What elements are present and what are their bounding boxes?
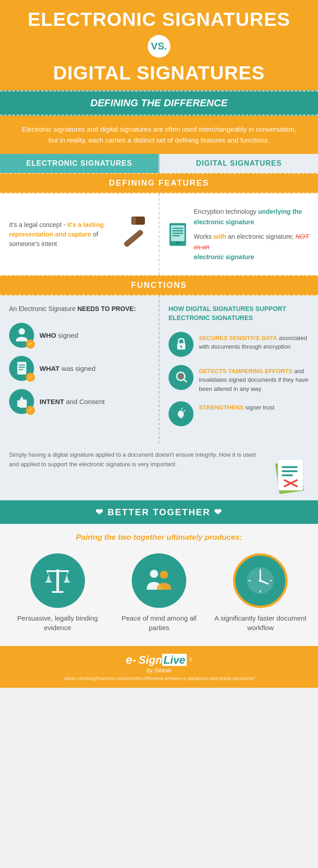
svg-rect-0	[123, 229, 144, 248]
def-left-pre: It's a legal concept -	[9, 221, 67, 228]
benefits-row: Persuasive, legally binding evidence Pea…	[9, 553, 309, 632]
benefit-item-faster: A significantly faster document workflow	[212, 553, 309, 632]
func-left-title: An Electronic Signature NEEDS TO PROVE:	[9, 305, 149, 314]
benefit-text-faster: A significantly faster document workflow	[212, 613, 309, 632]
intro-text: Electronic signatures and digital signat…	[18, 124, 300, 146]
col-header-digital-label: Digital Signatures	[167, 159, 312, 168]
svg-point-35	[160, 571, 168, 579]
who-icon: ✓	[9, 323, 34, 348]
svg-rect-13	[19, 367, 25, 368]
pairing-section: Pairing the two together ultimately prod…	[0, 524, 318, 646]
benefit-item-peace: Peace of mind among all parties	[110, 553, 207, 632]
footer: e- SignLive ® by Silanis silanis.com/blo…	[0, 646, 318, 688]
secures-icon	[169, 332, 194, 357]
gavel-icon	[118, 213, 149, 256]
who-check: ✓	[26, 340, 35, 349]
strengthens-text: STRENGTHENS signer trust	[199, 401, 274, 412]
detects-icon	[169, 365, 194, 390]
func-right-title: HOW DIGITAL SIGNATURES SUPPORT ELECTRONI…	[169, 305, 309, 322]
comparison-section: Electronic Signatures Digital Signatures…	[0, 154, 318, 500]
better-together-band: ❤ Better Together ❤	[0, 500, 318, 524]
col-header-electronic-label: Electronic Signatures	[7, 159, 152, 168]
better-together-text: ❤ Better Together ❤	[6, 507, 312, 518]
header-title-digital: Digital Signatures	[14, 63, 304, 84]
func-right-item-strengthens: STRENGTHENS signer trust	[169, 401, 309, 426]
func-right-item-secures: SECURES SENSITIVE DATA associated with d…	[169, 332, 309, 357]
func-right: HOW DIGITAL SIGNATURES SUPPORT ELECTRONI…	[159, 296, 318, 444]
svg-point-10	[19, 328, 25, 335]
svg-rect-5	[172, 228, 183, 229]
def-left: It's a legal concept - it's a lasting re…	[0, 193, 159, 275]
defining-band: Defining The Difference	[0, 90, 318, 116]
footer-url: silanis.com/blog/business-solutions/the-…	[7, 676, 311, 681]
what-text: WHAT was signed	[40, 365, 95, 372]
column-headers: Electronic Signatures Digital Signatures	[0, 154, 318, 173]
header-title-electronic: Electronic Signatures	[14, 9, 304, 30]
pairing-subtitle: Pairing the two together ultimately prod…	[9, 533, 309, 542]
func-item-what: ✓ WHAT was signed	[9, 356, 149, 381]
svg-rect-6	[172, 230, 183, 232]
bottom-note-text: Simply having a digital signature applie…	[9, 450, 259, 469]
defining-features-label-text: Defining Features	[5, 178, 313, 188]
who-text: WHO signed	[40, 331, 78, 339]
defining-features-content: It's a legal concept - it's a lasting re…	[0, 193, 318, 275]
svg-rect-29	[56, 569, 59, 592]
functions-label: Functions	[0, 275, 318, 296]
faster-circle	[233, 553, 288, 608]
svg-rect-11	[17, 362, 26, 375]
benefit-item-legal: Persuasive, legally binding evidence	[9, 553, 106, 632]
header-vs: vs.	[148, 35, 170, 58]
benefit-text-legal: Persuasive, legally binding evidence	[9, 613, 106, 632]
intent-text: INTENT and Consent	[40, 398, 104, 405]
svg-rect-24	[282, 466, 298, 468]
func-left: An Electronic Signature NEEDS TO PROVE: …	[0, 296, 159, 444]
svg-rect-2	[131, 217, 136, 225]
svg-rect-17	[181, 346, 182, 348]
footer-by-silanis: by Silanis	[7, 667, 311, 674]
detects-text: DETECTS TAMPERING EFFORTS and invalidate…	[199, 365, 309, 394]
svg-point-9	[177, 242, 179, 244]
what-check: ✓	[26, 373, 35, 382]
func-right-item-detects: DETECTS TAMPERING EFFORTS and invalidate…	[169, 365, 309, 394]
tablet-icon	[169, 217, 187, 252]
bottom-note-section: Simply having a digital signature applie…	[0, 444, 318, 500]
benefit-text-peace: Peace of mind among all parties	[110, 613, 207, 632]
defining-features-label: Defining Features	[0, 173, 318, 193]
intro-section: Electronic signatures and digital signat…	[0, 116, 318, 154]
def-right-texts: Encryption technology underlying the ele…	[194, 207, 309, 262]
functions-content: An Electronic Signature NEEDS TO PROVE: …	[0, 296, 318, 444]
svg-rect-31	[52, 591, 64, 593]
what-icon: ✓	[9, 356, 34, 381]
svg-point-39	[259, 579, 262, 582]
intent-icon: ✓	[9, 389, 34, 414]
func-item-who: ✓ WHO signed	[9, 323, 149, 348]
func-item-intent: ✓ INTENT and Consent	[9, 389, 149, 414]
peace-circle	[132, 553, 186, 608]
header-section: Electronic Signatures vs. Digital Signat…	[0, 0, 318, 90]
secures-text: SECURES SENSITIVE DATA associated with d…	[199, 332, 309, 351]
svg-rect-8	[172, 235, 179, 237]
defining-band-text: Defining The Difference	[5, 97, 313, 109]
func-left-title-bold: NEEDS TO PROVE:	[77, 305, 136, 312]
footer-logo-e: e-	[126, 653, 136, 667]
doc-stack-icon	[268, 450, 309, 491]
svg-rect-7	[172, 232, 183, 234]
svg-point-34	[150, 570, 158, 578]
footer-logo-container: e- SignLive ®	[7, 653, 311, 667]
functions-label-text: Functions	[5, 281, 313, 290]
svg-rect-26	[282, 474, 293, 476]
def-right-text2: Works with an electronic signature; NOT …	[194, 232, 309, 262]
col-header-electronic: Electronic Signatures	[0, 154, 160, 173]
def-right: Encryption technology underlying the ele…	[159, 193, 318, 275]
footer-logo-sign: SignLive	[139, 654, 187, 666]
col-header-digital: Digital Signatures	[160, 154, 318, 173]
strengthens-icon	[169, 401, 194, 426]
svg-rect-25	[282, 470, 298, 472]
svg-rect-30	[46, 570, 69, 572]
svg-line-19	[184, 379, 187, 382]
intent-check: ✓	[26, 406, 35, 415]
def-right-text1: Encryption technology underlying the ele…	[194, 207, 309, 227]
def-left-text: It's a legal concept - it's a lasting re…	[9, 220, 113, 249]
svg-rect-14	[19, 369, 23, 370]
svg-rect-12	[19, 365, 25, 365]
